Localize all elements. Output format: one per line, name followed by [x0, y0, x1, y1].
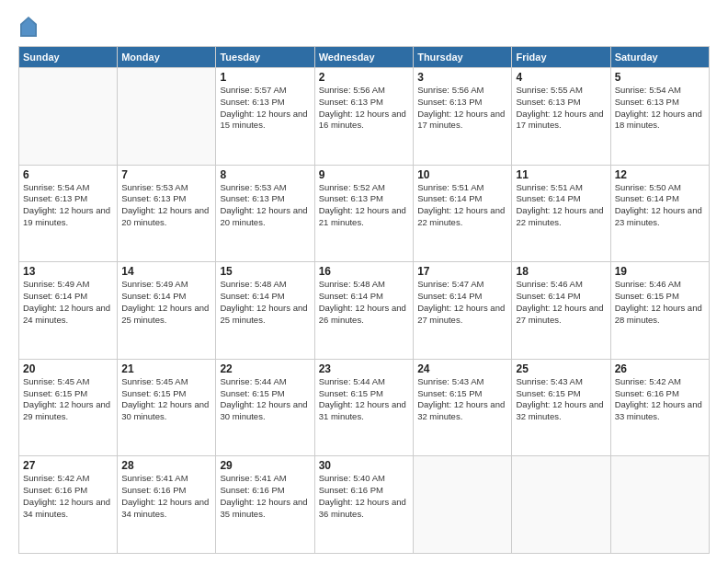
- calendar-cell: 19Sunrise: 5:46 AM Sunset: 6:15 PM Dayli…: [610, 262, 709, 360]
- logo: [18, 17, 37, 37]
- day-info: Sunrise: 5:41 AM Sunset: 6:16 PM Dayligh…: [220, 473, 310, 520]
- calendar-cell: 7Sunrise: 5:53 AM Sunset: 6:13 PM Daylig…: [118, 165, 216, 262]
- calendar-cell: 16Sunrise: 5:48 AM Sunset: 6:14 PM Dayli…: [314, 262, 413, 360]
- day-info: Sunrise: 5:44 AM Sunset: 6:15 PM Dayligh…: [319, 376, 409, 423]
- day-number: 21: [121, 362, 211, 375]
- day-info: Sunrise: 5:41 AM Sunset: 6:16 PM Dayligh…: [121, 473, 211, 520]
- day-header-thursday: Thursday: [414, 47, 512, 68]
- day-number: 18: [516, 265, 606, 278]
- calendar-cell: 23Sunrise: 5:44 AM Sunset: 6:15 PM Dayli…: [314, 359, 413, 456]
- page: SundayMondayTuesdayWednesdayThursdayFrid…: [0, 0, 728, 563]
- calendar-cell: 25Sunrise: 5:43 AM Sunset: 6:15 PM Dayli…: [512, 359, 610, 456]
- calendar-cell: 29Sunrise: 5:41 AM Sunset: 6:16 PM Dayli…: [216, 456, 314, 554]
- day-number: 29: [220, 459, 310, 472]
- calendar-cell: 30Sunrise: 5:40 AM Sunset: 6:16 PM Dayli…: [314, 456, 413, 554]
- day-info: Sunrise: 5:45 AM Sunset: 6:15 PM Dayligh…: [121, 376, 211, 423]
- day-info: Sunrise: 5:57 AM Sunset: 6:13 PM Dayligh…: [220, 85, 310, 132]
- day-number: 3: [417, 71, 507, 84]
- calendar-cell: 18Sunrise: 5:46 AM Sunset: 6:14 PM Dayli…: [512, 262, 610, 360]
- day-info: Sunrise: 5:46 AM Sunset: 6:15 PM Dayligh…: [615, 279, 705, 326]
- day-number: 25: [516, 362, 606, 375]
- day-number: 9: [319, 168, 409, 181]
- day-number: 1: [220, 71, 310, 84]
- header: [18, 17, 710, 37]
- day-header-saturday: Saturday: [610, 47, 709, 68]
- day-number: 11: [516, 168, 606, 181]
- calendar-cell: [512, 456, 610, 554]
- day-info: Sunrise: 5:50 AM Sunset: 6:14 PM Dayligh…: [615, 182, 705, 229]
- calendar-cell: 4Sunrise: 5:55 AM Sunset: 6:13 PM Daylig…: [512, 68, 610, 166]
- calendar-cell: 3Sunrise: 5:56 AM Sunset: 6:13 PM Daylig…: [414, 68, 512, 166]
- day-number: 12: [615, 168, 705, 181]
- day-number: 20: [23, 362, 113, 375]
- day-info: Sunrise: 5:53 AM Sunset: 6:13 PM Dayligh…: [121, 182, 211, 229]
- calendar-cell: 9Sunrise: 5:52 AM Sunset: 6:13 PM Daylig…: [314, 165, 413, 262]
- day-number: 27: [23, 459, 113, 472]
- day-info: Sunrise: 5:54 AM Sunset: 6:13 PM Dayligh…: [615, 85, 705, 132]
- day-header-wednesday: Wednesday: [314, 47, 413, 68]
- day-header-tuesday: Tuesday: [216, 47, 314, 68]
- calendar-header-row: SundayMondayTuesdayWednesdayThursdayFrid…: [19, 47, 710, 68]
- day-number: 4: [516, 71, 606, 84]
- day-number: 26: [615, 362, 705, 375]
- calendar-cell: 26Sunrise: 5:42 AM Sunset: 6:16 PM Dayli…: [610, 359, 709, 456]
- calendar-cell: 6Sunrise: 5:54 AM Sunset: 6:13 PM Daylig…: [19, 165, 118, 262]
- calendar-cell: 20Sunrise: 5:45 AM Sunset: 6:15 PM Dayli…: [19, 359, 118, 456]
- calendar-week-row: 20Sunrise: 5:45 AM Sunset: 6:15 PM Dayli…: [19, 359, 710, 456]
- day-info: Sunrise: 5:48 AM Sunset: 6:14 PM Dayligh…: [220, 279, 310, 326]
- logo-icon: [20, 17, 37, 37]
- day-header-sunday: Sunday: [19, 47, 118, 68]
- calendar-week-row: 6Sunrise: 5:54 AM Sunset: 6:13 PM Daylig…: [19, 165, 710, 262]
- calendar-cell: 27Sunrise: 5:42 AM Sunset: 6:16 PM Dayli…: [19, 456, 118, 554]
- calendar-cell: 11Sunrise: 5:51 AM Sunset: 6:14 PM Dayli…: [512, 165, 610, 262]
- day-info: Sunrise: 5:47 AM Sunset: 6:14 PM Dayligh…: [417, 279, 507, 326]
- day-info: Sunrise: 5:42 AM Sunset: 6:16 PM Dayligh…: [23, 473, 113, 520]
- calendar-cell: 13Sunrise: 5:49 AM Sunset: 6:14 PM Dayli…: [19, 262, 118, 360]
- day-info: Sunrise: 5:44 AM Sunset: 6:15 PM Dayligh…: [220, 376, 310, 423]
- day-info: Sunrise: 5:52 AM Sunset: 6:13 PM Dayligh…: [319, 182, 409, 229]
- day-header-monday: Monday: [118, 47, 216, 68]
- calendar-cell: 21Sunrise: 5:45 AM Sunset: 6:15 PM Dayli…: [118, 359, 216, 456]
- day-number: 16: [319, 265, 409, 278]
- calendar-cell: [610, 456, 709, 554]
- calendar-week-row: 1Sunrise: 5:57 AM Sunset: 6:13 PM Daylig…: [19, 68, 710, 166]
- day-number: 15: [220, 265, 310, 278]
- day-number: 19: [615, 265, 705, 278]
- day-number: 14: [121, 265, 211, 278]
- day-info: Sunrise: 5:53 AM Sunset: 6:13 PM Dayligh…: [220, 182, 310, 229]
- day-info: Sunrise: 5:43 AM Sunset: 6:15 PM Dayligh…: [516, 376, 606, 423]
- day-info: Sunrise: 5:56 AM Sunset: 6:13 PM Dayligh…: [417, 85, 507, 132]
- day-info: Sunrise: 5:46 AM Sunset: 6:14 PM Dayligh…: [516, 279, 606, 326]
- calendar-cell: 5Sunrise: 5:54 AM Sunset: 6:13 PM Daylig…: [610, 68, 709, 166]
- day-number: 10: [417, 168, 507, 181]
- day-number: 24: [417, 362, 507, 375]
- day-info: Sunrise: 5:48 AM Sunset: 6:14 PM Dayligh…: [319, 279, 409, 326]
- day-number: 28: [121, 459, 211, 472]
- day-info: Sunrise: 5:42 AM Sunset: 6:16 PM Dayligh…: [615, 376, 705, 423]
- day-info: Sunrise: 5:51 AM Sunset: 6:14 PM Dayligh…: [417, 182, 507, 229]
- calendar-cell: 12Sunrise: 5:50 AM Sunset: 6:14 PM Dayli…: [610, 165, 709, 262]
- calendar-cell: 22Sunrise: 5:44 AM Sunset: 6:15 PM Dayli…: [216, 359, 314, 456]
- calendar-table: SundayMondayTuesdayWednesdayThursdayFrid…: [18, 46, 710, 554]
- day-info: Sunrise: 5:49 AM Sunset: 6:14 PM Dayligh…: [121, 279, 211, 326]
- day-info: Sunrise: 5:56 AM Sunset: 6:13 PM Dayligh…: [319, 85, 409, 132]
- calendar-cell: 14Sunrise: 5:49 AM Sunset: 6:14 PM Dayli…: [118, 262, 216, 360]
- day-number: 13: [23, 265, 113, 278]
- calendar-cell: [414, 456, 512, 554]
- day-number: 23: [319, 362, 409, 375]
- day-info: Sunrise: 5:40 AM Sunset: 6:16 PM Dayligh…: [319, 473, 409, 520]
- calendar-cell: 10Sunrise: 5:51 AM Sunset: 6:14 PM Dayli…: [414, 165, 512, 262]
- day-info: Sunrise: 5:43 AM Sunset: 6:15 PM Dayligh…: [417, 376, 507, 423]
- day-number: 17: [417, 265, 507, 278]
- day-info: Sunrise: 5:49 AM Sunset: 6:14 PM Dayligh…: [23, 279, 113, 326]
- day-number: 6: [23, 168, 113, 181]
- day-number: 2: [319, 71, 409, 84]
- calendar-cell: [118, 68, 216, 166]
- calendar-cell: 24Sunrise: 5:43 AM Sunset: 6:15 PM Dayli…: [414, 359, 512, 456]
- calendar-cell: 8Sunrise: 5:53 AM Sunset: 6:13 PM Daylig…: [216, 165, 314, 262]
- calendar-cell: 28Sunrise: 5:41 AM Sunset: 6:16 PM Dayli…: [118, 456, 216, 554]
- day-info: Sunrise: 5:54 AM Sunset: 6:13 PM Dayligh…: [23, 182, 113, 229]
- day-number: 30: [319, 459, 409, 472]
- calendar-week-row: 13Sunrise: 5:49 AM Sunset: 6:14 PM Dayli…: [19, 262, 710, 360]
- day-number: 22: [220, 362, 310, 375]
